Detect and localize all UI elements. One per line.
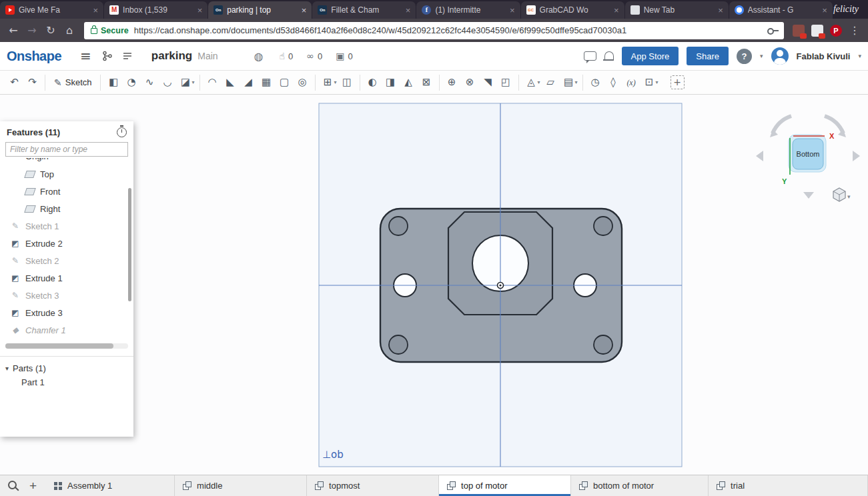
copies-group[interactable]: ▣ 0 — [336, 51, 352, 61]
hole-button[interactable]: ◎ — [294, 77, 312, 87]
tab-close-icon[interactable]: × — [821, 6, 829, 15]
vertical-scrollbar[interactable] — [128, 188, 131, 301]
browser-tab-youtube[interactable]: Give Me Fa × — [0, 1, 103, 19]
feature-item-extrude2[interactable]: ◩ Extrude 2 — [0, 235, 133, 252]
fillet-button[interactable]: ◠ — [203, 77, 222, 87]
tab-close-icon[interactable]: × — [508, 6, 516, 15]
workspace-name[interactable]: Main — [197, 51, 218, 61]
corner-hole-bottom-right[interactable] — [594, 335, 612, 354]
rotate-view-right-triangle[interactable] — [853, 151, 860, 161]
redo-button[interactable]: ↷ — [23, 77, 41, 87]
pinterest-extension-icon[interactable]: P — [830, 25, 842, 37]
feature-item-sketch1[interactable]: ✎ Sketch 1 — [0, 217, 133, 235]
undo-button[interactable]: ↶ — [5, 77, 23, 87]
rotate-view-down-triangle[interactable] — [803, 192, 814, 199]
comments-icon[interactable] — [584, 51, 596, 61]
replace-face-button[interactable]: ◰ — [497, 77, 515, 87]
graphics-area[interactable]: ⊥ob Bottom X Y ▾ Features (1 — [0, 95, 868, 475]
user-name[interactable]: Fablab Kivuli — [797, 51, 851, 61]
delete-part-button[interactable]: ⊠ — [418, 77, 436, 87]
feature-item-front-plane[interactable]: Front — [0, 183, 133, 200]
horizontal-scrollbar[interactable] — [5, 343, 128, 349]
thumbs-up-icon[interactable]: ☝ — [280, 51, 286, 61]
document-history-icon[interactable] — [122, 51, 133, 61]
reload-button[interactable]: ↻ — [41, 24, 60, 37]
browser-tab-parking-active[interactable]: On parking | top × — [208, 1, 312, 19]
corner-hole-bottom-left[interactable] — [389, 335, 408, 354]
split-button[interactable]: ◨ — [382, 77, 400, 87]
help-button[interactable]: ? — [737, 49, 752, 64]
surface-dropdown-icon[interactable]: ▾ — [575, 79, 578, 85]
rotate-right-arrow[interactable] — [825, 116, 843, 133]
mirror-button[interactable]: ◫ — [338, 77, 356, 87]
tab-close-icon[interactable]: × — [404, 6, 412, 15]
browser-tab-fillet[interactable]: On Fillet & Cham × — [312, 1, 416, 19]
links-group[interactable]: ∞ 0 — [306, 51, 322, 61]
app-store-button[interactable]: App Store — [622, 47, 679, 65]
sketch-origin[interactable] — [498, 283, 504, 289]
feature-item-extrude3[interactable]: ◩ Extrude 3 — [0, 304, 133, 321]
corner-hole-top-right[interactable] — [594, 217, 612, 235]
delete-face-button[interactable]: ⊗ — [461, 77, 479, 87]
search-tabs-icon[interactable] — [8, 481, 19, 491]
home-button[interactable]: ⌂ — [60, 24, 79, 37]
browser-tab-grabcad[interactable]: GC GrabCAD Wo × — [521, 1, 624, 19]
browser-menu-icon[interactable]: ⋮ — [845, 24, 864, 37]
features-filter-input[interactable] — [5, 142, 128, 157]
tab-close-icon[interactable]: × — [717, 6, 725, 15]
user-avatar[interactable] — [771, 47, 789, 65]
split-part-dropdown-icon[interactable]: ▾ — [538, 79, 540, 85]
move-face-button[interactable]: ◥ — [479, 77, 497, 87]
extrude-button[interactable]: ◧ — [104, 77, 122, 87]
onshape-logo[interactable]: Onshape — [7, 49, 61, 64]
new-tab-button[interactable]: + — [29, 479, 37, 492]
feature-item-chamfer1[interactable]: ◆ Chamfer 1 — [0, 321, 133, 339]
password-key-icon[interactable] — [767, 28, 779, 33]
share-button[interactable]: Share — [687, 47, 729, 65]
copies-icon[interactable]: ▣ — [336, 51, 344, 61]
horizontal-scrollbar-thumb[interactable] — [5, 343, 113, 349]
versions-icon[interactable] — [102, 51, 113, 61]
feature-item-origin[interactable]: Origin — [0, 158, 133, 165]
tab-close-icon[interactable]: × — [196, 6, 204, 15]
extension-icon[interactable] — [811, 25, 823, 37]
likes-group[interactable]: ☝ 0 — [280, 51, 294, 61]
view-options-cube-icon[interactable]: ▾ — [833, 188, 851, 201]
help-caret-icon[interactable]: ▾ — [760, 53, 763, 59]
featurescript-dropdown-icon[interactable]: ▾ — [656, 79, 659, 85]
doc-tab-topmost[interactable]: topmost — [307, 475, 439, 496]
loft-button[interactable]: ◡ — [158, 77, 176, 87]
doc-tab-top-of-motor-active[interactable]: top of motor — [439, 475, 571, 496]
thicken-dropdown-icon[interactable]: ▾ — [191, 79, 194, 85]
rotate-left-arrow[interactable] — [773, 116, 791, 133]
feature-item-sketch2[interactable]: ✎ Sketch 2 — [0, 252, 133, 269]
extension-icon[interactable] — [793, 25, 805, 37]
part-item-part1[interactable]: Part 1 — [0, 375, 133, 390]
feature-item-right-plane[interactable]: Right — [0, 200, 133, 217]
sweep-button[interactable]: ∿ — [140, 77, 158, 87]
link-icon[interactable]: ∞ — [306, 51, 314, 61]
tab-close-icon[interactable]: × — [300, 6, 308, 15]
doc-tab-middle[interactable]: middle — [175, 475, 307, 496]
add-custom-feature-button[interactable]: + — [671, 75, 685, 89]
forward-button[interactable]: → — [23, 24, 41, 37]
tab-close-icon[interactable]: × — [92, 6, 100, 15]
view-cube[interactable]: Bottom X Y ▾ — [754, 107, 867, 207]
shell-button[interactable]: ▢ — [276, 77, 294, 87]
transform-button[interactable]: ⊕ — [443, 77, 461, 87]
tab-close-icon[interactable]: × — [612, 6, 620, 15]
projected-curve-button[interactable]: ◊ — [604, 77, 622, 87]
pattern-dropdown-icon[interactable]: ▾ — [334, 79, 337, 85]
boolean-button[interactable]: ◐ — [364, 77, 382, 87]
revolve-button[interactable]: ◔ — [122, 77, 140, 87]
notifications-bell-icon[interactable] — [604, 51, 614, 59]
browser-tab-assistant[interactable]: Assistant - G × — [729, 1, 833, 19]
offset-surface-button[interactable]: ▱ — [542, 77, 560, 87]
rib-button[interactable]: ▦ — [258, 77, 276, 87]
browser-tab-gmail[interactable]: M Inbox (1,539 × — [104, 1, 207, 19]
helix-button[interactable]: ◷ — [586, 77, 604, 87]
document-menu-icon[interactable]: ≡ — [80, 48, 91, 64]
browser-tab-facebook[interactable]: f (1) Intermitte × — [416, 1, 520, 19]
parts-section-header[interactable]: ▾ Parts (1) — [0, 361, 133, 375]
browser-tab-newtab[interactable]: New Tab × — [625, 1, 729, 19]
